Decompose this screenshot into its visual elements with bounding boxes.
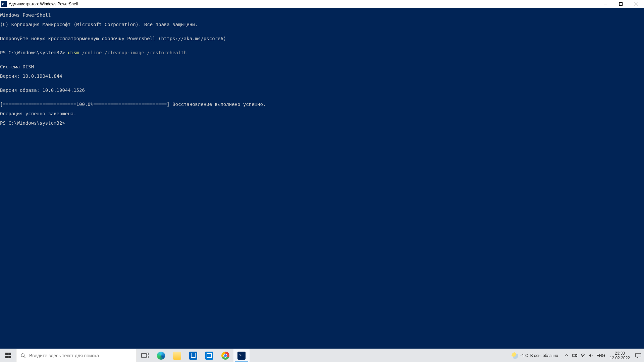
taskbar-left: Введите здесь текст для поиска: [0, 349, 250, 362]
weather-icon: [512, 352, 518, 359]
svg-rect-6: [142, 354, 146, 357]
terminal-line: Версия образа: 10.0.19044.1526: [0, 88, 644, 93]
tray-language[interactable]: ENG: [596, 353, 605, 358]
maximize-button[interactable]: [613, 0, 629, 8]
taskbar-app-powershell[interactable]: >_: [233, 349, 250, 362]
weather-condition: В осн. облачно: [530, 353, 558, 358]
mail-icon: [205, 352, 213, 360]
taskbar-right: -4°C В осн. облачно ENG 23:33 12.02.2022: [508, 349, 644, 362]
chrome-icon: [221, 352, 229, 360]
windows-logo-icon: [5, 353, 11, 358]
titlebar-left: >_ Администратор: Windows PowerShell: [0, 1, 78, 7]
taskbar-app-chrome[interactable]: [217, 349, 233, 362]
svg-marker-12: [589, 354, 591, 357]
action-center-button[interactable]: [635, 353, 642, 358]
terminal-line: (C) Корпорация Майкрософт (Microsoft Cor…: [0, 22, 644, 27]
command-args: /online /cleanup-image /restorehealth: [79, 50, 186, 55]
svg-line-5: [24, 356, 25, 358]
svg-point-11: [583, 356, 583, 357]
taskbar: Введите здесь текст для поиска: [0, 349, 644, 362]
terminal-body[interactable]: Windows PowerShell (C) Корпорация Майкро…: [0, 8, 644, 349]
window-title: Администратор: Windows PowerShell: [9, 2, 78, 6]
svg-rect-13: [636, 353, 641, 357]
store-icon: [189, 352, 197, 360]
notification-icon: [635, 353, 641, 358]
svg-rect-1: [620, 2, 623, 5]
svg-rect-8: [147, 356, 148, 358]
terminal-prompt-line: PS C:\Windows\system32> dism /online /cl…: [0, 50, 644, 55]
terminal-line: Операция успешно завершена.: [0, 111, 644, 116]
taskbar-app-mail[interactable]: [201, 349, 217, 362]
minimize-button[interactable]: [598, 0, 613, 8]
weather-widget[interactable]: -4°C В осн. облачно: [508, 352, 561, 359]
svg-rect-7: [147, 353, 148, 355]
svg-point-4: [21, 354, 24, 357]
taskbar-search[interactable]: Введите здесь текст для поиска: [16, 349, 137, 362]
tray-clock[interactable]: 23:33 12.02.2022: [608, 351, 632, 360]
powershell-icon: >_: [1, 1, 7, 7]
tray-date: 12.02.2022: [610, 356, 630, 360]
close-button[interactable]: [629, 0, 644, 8]
titlebar: >_ Администратор: Windows PowerShell: [0, 0, 644, 8]
taskbar-app-edge[interactable]: [153, 349, 169, 362]
command-name: dism: [68, 50, 79, 55]
task-view-button[interactable]: [137, 349, 153, 362]
tray-time: 23:33: [610, 351, 630, 356]
svg-rect-9: [573, 354, 576, 357]
terminal-line: Версия: 10.0.19041.844: [0, 74, 644, 78]
tray-wifi-icon[interactable]: [580, 353, 586, 358]
tray-meet-now-icon[interactable]: [572, 353, 578, 358]
folder-icon: [173, 352, 181, 360]
task-view-icon: [141, 353, 149, 359]
taskbar-app-explorer[interactable]: [169, 349, 185, 362]
terminal-prompt-line: PS C:\Windows\system32>: [0, 121, 644, 125]
terminal-line: Попробуйте новую кроссплатформенную обол…: [0, 36, 644, 41]
terminal-line: [==========================100.0%=======…: [0, 102, 644, 107]
edge-icon: [157, 352, 165, 360]
weather-temp: -4°C: [520, 353, 528, 358]
taskbar-app-store[interactable]: [185, 349, 201, 362]
svg-marker-10: [576, 354, 577, 357]
terminal-line: Cистема DISM: [0, 64, 644, 69]
powershell-taskbar-icon: >_: [237, 352, 246, 360]
terminal-line: Windows PowerShell: [0, 13, 644, 17]
search-icon: [20, 353, 26, 358]
search-placeholder: Введите здесь текст для поиска: [29, 353, 99, 358]
window-controls: [598, 0, 644, 8]
tray-volume-icon[interactable]: [588, 353, 594, 358]
start-button[interactable]: [0, 349, 16, 362]
tray-chevron[interactable]: [564, 353, 570, 358]
prompt-prefix: PS C:\Windows\system32>: [0, 50, 68, 55]
